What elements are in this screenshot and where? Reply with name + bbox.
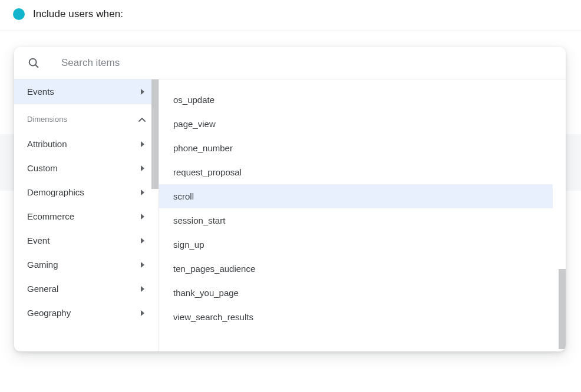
category-label: Ecommerce [27, 211, 74, 221]
category-panel: Events Dimensions Attribution Custom [14, 79, 159, 351]
chevron-right-icon [140, 165, 146, 171]
left-scrollbar[interactable] [151, 79, 159, 189]
category-label: Event [27, 235, 49, 245]
category-label: Geography [27, 308, 71, 318]
chevron-up-icon [138, 117, 146, 122]
event-item[interactable]: page_view [159, 112, 566, 136]
right-scrollbar[interactable] [559, 269, 566, 349]
chevron-right-icon [140, 286, 146, 292]
event-item[interactable]: ten_pages_audience [159, 257, 566, 281]
category-events[interactable]: Events [14, 79, 159, 104]
search-icon [27, 57, 40, 69]
event-item[interactable]: sign_up [159, 232, 566, 257]
chevron-right-icon [140, 141, 146, 147]
category-demographics[interactable]: Demographics [14, 180, 159, 204]
chevron-right-icon [140, 89, 146, 95]
category-general[interactable]: General [14, 277, 159, 301]
category-label: Gaming [27, 260, 58, 270]
search-input[interactable] [61, 57, 297, 69]
category-gaming[interactable]: Gaming [14, 253, 159, 277]
chevron-right-icon [140, 190, 146, 195]
include-header: Include users when: [0, 0, 581, 28]
event-item[interactable]: request_proposal [159, 160, 566, 184]
category-custom[interactable]: Custom [14, 156, 159, 180]
category-attribution[interactable]: Attribution [14, 132, 159, 156]
event-item-highlighted[interactable]: scroll [159, 184, 553, 208]
dimensions-label: Dimensions [27, 115, 67, 124]
search-row [14, 47, 566, 79]
event-item[interactable]: os_update [159, 88, 566, 112]
event-list: os_update page_view phone_number request… [159, 79, 566, 337]
event-item[interactable]: phone_number [159, 136, 566, 160]
category-label: Custom [27, 163, 58, 173]
category-label: Demographics [27, 187, 84, 197]
picker-popup: Events Dimensions Attribution Custom [14, 47, 566, 351]
chevron-right-icon [140, 238, 146, 244]
dimensions-header[interactable]: Dimensions [14, 104, 159, 132]
panels: Events Dimensions Attribution Custom [14, 79, 566, 351]
event-item[interactable]: thank_you_page [159, 281, 566, 305]
chevron-right-icon [140, 262, 146, 268]
events-panel: os_update page_view phone_number request… [159, 79, 566, 351]
event-item[interactable]: session_start [159, 208, 566, 232]
category-label: Attribution [27, 139, 67, 149]
category-geography[interactable]: Geography [14, 301, 159, 325]
category-label: Events [27, 87, 54, 97]
category-event[interactable]: Event [14, 228, 159, 253]
event-item[interactable]: view_search_results [159, 305, 566, 329]
divider [0, 31, 581, 31]
category-label: General [27, 284, 58, 294]
chevron-right-icon [140, 214, 146, 220]
category-ecommerce[interactable]: Ecommerce [14, 204, 159, 228]
include-dot-icon [13, 8, 25, 20]
chevron-right-icon [140, 310, 146, 316]
svg-line-1 [35, 65, 38, 67]
include-title: Include users when: [33, 8, 123, 20]
